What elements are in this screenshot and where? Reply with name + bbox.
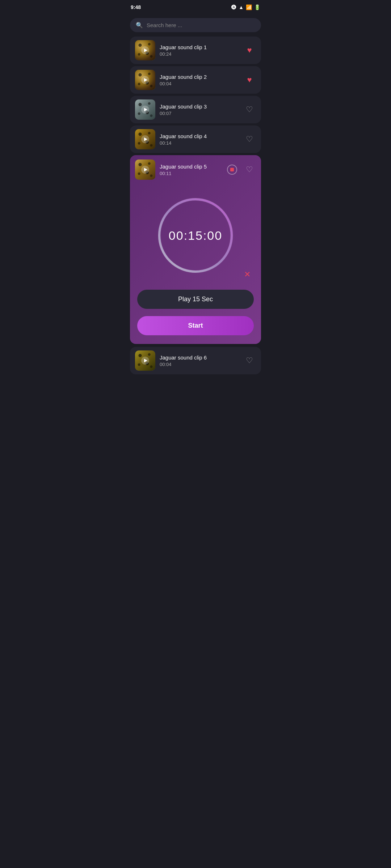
clip-duration-5: 00:11 [160,171,221,176]
close-icon: ✕ [244,271,251,278]
heart-outline-icon-4: ♡ [246,135,253,144]
clip-title-6: Jaguar sound clip 6 [160,354,239,361]
clip-info-3: Jaguar sound clip 3 00:07 [160,103,239,116]
clip-info-1: Jaguar sound clip 1 00:24 [160,44,239,57]
heart-filled-icon-1: ♥ [247,46,252,55]
clip-title-1: Jaguar sound clip 1 [160,44,239,50]
favorite-button-3[interactable]: ♡ [243,103,256,116]
clip-item-3[interactable]: Jaguar sound clip 3 00:07 ♡ [130,96,261,123]
favorite-button-6[interactable]: ♡ [243,354,256,367]
clip-duration-6: 00:04 [160,362,239,367]
close-timer-button[interactable]: ✕ [241,268,254,281]
clip-info-6: Jaguar sound clip 6 00:04 [160,354,239,367]
play-15-button[interactable]: Play 15 Sec [137,290,254,309]
clip-thumbnail-3 [135,99,155,120]
clip-duration-2: 00:04 [160,81,239,86]
clip-info-2: Jaguar sound clip 2 00:04 [160,74,239,86]
battery-icon: 🔋 [254,4,260,10]
heart-outline-icon-6: ♡ [246,356,253,365]
clip-thumbnail-4 [135,129,155,149]
wifi-icon: ▲ [239,4,244,10]
status-bar: 9:48 🅐 ▲ 📶 🔋 [125,0,266,14]
timer-display: 00:15:00 [156,196,235,275]
search-input[interactable]: Search here ... [147,22,182,28]
clip-item-1[interactable]: Jaguar sound clip 1 00:24 ♥ [130,37,261,64]
clip-info-4: Jaguar sound clip 4 00:14 [160,133,239,146]
search-icon: 🔍 [136,22,143,29]
timer-section: 00:15:00 ✕ Play 15 Sec Start [130,188,261,344]
clip-duration-1: 00:24 [160,51,239,57]
status-icons: 🅐 ▲ 📶 🔋 [231,4,260,10]
clip-info-5: Jaguar sound clip 5 00:11 [160,163,221,176]
clip-thumbnail-2 [135,70,155,90]
clip-title-2: Jaguar sound clip 2 [160,74,239,80]
heart-outline-icon-3: ♡ [246,105,253,114]
clip-thumbnail-6 [135,350,155,371]
signal-icon: 📶 [246,4,252,10]
clip-thumbnail-5 [135,159,155,180]
status-time: 9:48 [131,4,141,10]
stop-icon-5 [227,165,237,175]
timer-circle: 00:15:00 [156,196,235,275]
clip-title-3: Jaguar sound clip 3 [160,103,239,110]
clip-duration-4: 00:14 [160,140,239,146]
clip-item-5[interactable]: Jaguar sound clip 5 00:11 ♡ [130,155,261,344]
clip-item-6[interactable]: Jaguar sound clip 6 00:04 ♡ [130,347,261,374]
clip-item-5-header: Jaguar sound clip 5 00:11 ♡ [130,155,261,184]
clip-thumbnail-1 [135,40,155,60]
search-bar[interactable]: 🔍 Search here ... [130,18,261,32]
clip-duration-3: 00:07 [160,111,239,116]
start-button[interactable]: Start [137,316,254,335]
notification-icon: 🅐 [231,4,236,10]
favorite-button-4[interactable]: ♡ [243,133,256,146]
heart-outline-icon-5: ♡ [246,165,253,174]
clip-title-4: Jaguar sound clip 4 [160,133,239,139]
clip-title-5: Jaguar sound clip 5 [160,163,221,170]
clip-item-4[interactable]: Jaguar sound clip 4 00:14 ♡ [130,125,261,153]
stop-button-5[interactable] [226,163,239,176]
favorite-button-1[interactable]: ♥ [243,44,256,57]
clip-item-2[interactable]: Jaguar sound clip 2 00:04 ♥ [130,66,261,94]
favorite-button-5[interactable]: ♡ [243,163,256,176]
favorite-button-2[interactable]: ♥ [243,73,256,86]
heart-filled-icon-2: ♥ [247,75,252,85]
